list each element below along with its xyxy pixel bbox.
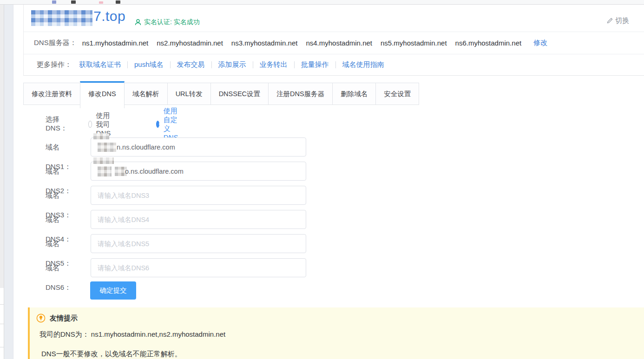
domain-name-redaction: [31, 10, 92, 26]
action-add-display[interactable]: 添加展示: [218, 60, 246, 69]
domain-settings-tabs: 修改注册资料 修改DNS 域名解析 URL转发 DNSSEC设置 注册DNS服务…: [23, 81, 419, 108]
divider: [170, 61, 171, 68]
action-domain-usage-guide[interactable]: 域名使用指南: [342, 60, 384, 69]
left-scrollbar-rail[interactable]: [0, 5, 4, 359]
redaction-patch: [93, 133, 109, 139]
browser-edge-strip: [0, 0, 644, 5]
tab-register-dns-server[interactable]: 注册DNS服务器: [268, 83, 333, 105]
domain-dns-settings-page: 7.top 实名认证: 实名成功 切换 DNS服务器： ns1.myhostad…: [0, 0, 644, 359]
dns2-value: o.ns.cloudflare.com: [125, 168, 184, 175]
radio-circle-icon: [156, 121, 159, 128]
action-push-domain[interactable]: push域名: [134, 60, 164, 69]
dns6-input[interactable]: [91, 258, 306, 277]
dns-servers-label: DNS服务器：: [34, 39, 77, 47]
action-publish-trade[interactable]: 发布交易: [177, 60, 205, 69]
radio-circle-icon: [88, 121, 92, 128]
dns2-input[interactable]: o.ns.cloudflare.com: [91, 162, 306, 181]
person-icon: [134, 19, 142, 26]
dns5-input[interactable]: [91, 234, 306, 253]
tab-security-settings[interactable]: 安全设置: [375, 83, 419, 105]
dns1-value: n.ns.cloudflare.com: [117, 144, 175, 151]
tab-dnssec-settings[interactable]: DNSSEC设置: [210, 83, 269, 105]
radio-use-custom-dns[interactable]: 使用自定义DNS: [156, 107, 182, 141]
dns-server-item: ns2.myhostadmin.net: [157, 39, 223, 47]
lightbulb-icon: [36, 313, 46, 323]
tab-domain-resolution[interactable]: 域名解析: [124, 83, 168, 105]
divider: [335, 61, 336, 68]
tip-line-company-dns: 我司的DNS为： ns1.myhostadmin.net,ns2.myhosta…: [39, 330, 225, 339]
dns4-input[interactable]: [91, 210, 306, 229]
dns3-label: 域名DNS3：: [46, 186, 71, 205]
browser-chrome-fragment: [52, 0, 56, 4]
tab-modify-registration[interactable]: 修改注册资料: [23, 83, 80, 105]
tip-line-warning: DNS一般不要修改，以免域名不能正常解析。: [41, 350, 182, 359]
more-actions-label: 更多操作：: [37, 60, 72, 69]
action-batch-operation[interactable]: 批量操作: [301, 60, 329, 69]
modify-dns-servers-link[interactable]: 修改: [533, 39, 547, 47]
dns-server-item: ns6.myhostadmin.net: [455, 39, 522, 47]
dns-servers-bar: DNS服务器： ns1.myhostadmin.net ns2.myhostad…: [24, 32, 644, 54]
dns2-label: 域名DNS2：: [46, 162, 71, 181]
friendly-tip-box: 友情提示 我司的DNS为： ns1.myhostadmin.net,ns2.my…: [28, 307, 644, 359]
dns3-input[interactable]: [91, 186, 306, 205]
dns-server-item: ns1.myhostadmin.net: [82, 39, 149, 47]
dns2-redaction: [98, 166, 112, 176]
divider: [294, 61, 295, 68]
realname-verify-badge: 实名认证: 实名成功: [134, 18, 200, 26]
tip-title: 友情提示: [50, 314, 78, 323]
pencil-icon: [606, 17, 613, 24]
dns1-input[interactable]: n.ns.cloudflare.com: [91, 137, 306, 157]
dns6-label: 域名DNS6：: [46, 258, 71, 278]
domain-header-card: 7.top 实名认证: 实名成功 切换 DNS服务器： ns1.myhostad…: [23, 5, 644, 76]
action-get-domain-cert[interactable]: 获取域名证书: [79, 60, 121, 69]
dns1-label: 域名DNS1：: [46, 137, 71, 157]
browser-chrome-fragment: [71, 0, 76, 4]
dns4-label: 域名DNS4：: [46, 210, 71, 229]
tab-modify-dns[interactable]: 修改DNS: [80, 81, 125, 108]
action-business-transfer[interactable]: 业务转出: [260, 60, 288, 69]
page-title-domain: 7.top: [93, 8, 125, 24]
tab-url-forwarding[interactable]: URL转发: [167, 83, 211, 105]
divider: [211, 61, 212, 68]
dns5-label: 域名DNS5：: [46, 234, 71, 254]
more-actions-bar: 更多操作： 获取域名证书 push域名 发布交易 添加展示 业务转出 批量操作 …: [24, 54, 644, 75]
redaction-patch: [93, 157, 114, 164]
divider: [253, 61, 253, 68]
select-dns-label: 选择DNS：: [46, 115, 67, 133]
dns1-redaction: [98, 143, 116, 152]
dns-server-item: ns3.myhostadmin.net: [231, 39, 298, 47]
browser-chrome-fragment: [99, 1, 103, 4]
collapsed-sidebar-strip: [4, 5, 13, 359]
dns-server-item: ns5.myhostadmin.net: [381, 39, 447, 47]
tab-delete-domain[interactable]: 删除域名: [332, 83, 376, 105]
dns-server-item: ns4.myhostadmin.net: [306, 39, 372, 47]
realname-status-text: 实名认证: 实名成功: [144, 18, 200, 26]
switch-domain-link[interactable]: 切换: [606, 16, 629, 25]
submit-button[interactable]: 确定提交: [90, 281, 136, 300]
browser-chrome-fragment: [116, 0, 120, 4]
divider: [127, 61, 128, 68]
